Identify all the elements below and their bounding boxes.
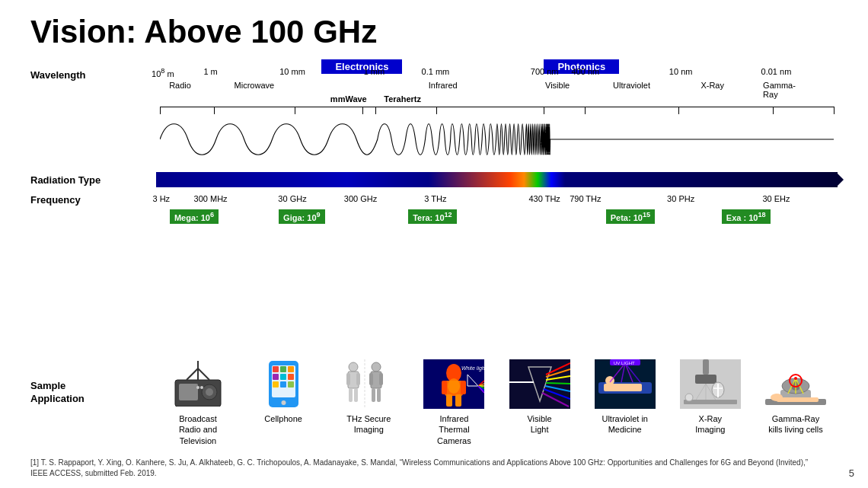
svg-point-80	[685, 394, 693, 401]
thz-icon	[337, 357, 401, 410]
frequency-values-container: 3 Hz 300 MHz 30 GHz 300 GHz 3 THz 430 TH…	[156, 194, 838, 228]
broadcast-caption: Broadcast Radio and Television	[179, 413, 217, 446]
svg-rect-40	[455, 394, 461, 407]
badge-exa: Exa : 1018	[722, 209, 771, 224]
uv-caption: Ultraviolet in Medicine	[602, 413, 648, 435]
svg-rect-38	[461, 381, 466, 394]
wl-val-8: 0.01 nm	[761, 67, 792, 76]
wl-val-5: 700 nm	[531, 67, 559, 76]
badge-peta: Peta: 1015	[606, 209, 655, 224]
svg-rect-71	[703, 359, 709, 375]
svg-rect-19	[288, 381, 294, 388]
wl-val-2: 10 mm	[279, 67, 305, 76]
svg-rect-14	[273, 374, 279, 380]
infrared-icon: White light	[422, 357, 487, 410]
wl-val-3: 1 mm	[364, 67, 385, 76]
radiation-label: Radiation Type	[30, 174, 156, 186]
frequency-label: Frequency	[30, 194, 156, 206]
svg-rect-23	[346, 373, 350, 385]
svg-point-20	[281, 400, 286, 405]
app-title: Sample Application	[30, 357, 156, 406]
svg-rect-31	[372, 388, 375, 402]
wavelength-row: Wavelength 108 m 1 m 10 mm 1 mm 0.1 mm 7…	[30, 67, 838, 82]
freq-1: 300 MHz	[194, 194, 228, 203]
visible-caption: Visible Light	[527, 413, 551, 435]
app-section: Sample Application	[30, 357, 838, 446]
freq-5: 430 THz	[528, 194, 560, 203]
badge-tera: Tera: 1012	[408, 209, 457, 224]
svg-rect-11	[273, 366, 279, 372]
freq-7: 30 PHz	[667, 194, 694, 203]
svg-point-8	[200, 386, 203, 389]
app-broadcast-radio: Broadcast Radio and Television	[156, 357, 240, 446]
app-visible: Visible Light	[498, 357, 582, 446]
svg-rect-1	[179, 384, 198, 400]
svg-rect-12	[280, 366, 286, 372]
tick-line	[160, 107, 834, 107]
svg-rect-17	[273, 381, 279, 388]
uv-icon: UV LIGHT	[592, 357, 657, 410]
freq-0: 3 Hz	[152, 194, 170, 203]
svg-rect-18	[280, 381, 286, 388]
svg-rect-30	[379, 373, 383, 385]
freq-6: 790 THz	[570, 194, 601, 203]
cellphone-icon	[251, 357, 316, 410]
radiation-arrow	[836, 172, 844, 187]
radiation-row: Radiation Type	[30, 172, 838, 187]
freq-tick-values: 3 Hz 300 MHz 30 GHz 300 GHz 3 THz 430 TH…	[156, 194, 838, 208]
slide-title: Vision: Above 100 GHz	[30, 14, 838, 50]
segment-labels: Radio Microwave Infrared Visible Ultravi…	[160, 81, 834, 96]
app-infrared: White light Infrared Thermal Cameras	[412, 357, 496, 446]
app-uv: UV LIGHT Ultraviolet in Medicine	[583, 357, 667, 446]
wavelength-values: 108 m 1 m 10 mm 1 mm 0.1 mm 700 nm 400 n…	[156, 67, 838, 82]
svg-rect-86	[777, 397, 819, 402]
xray-icon	[678, 357, 742, 410]
cellphone-caption: Cellphone	[264, 413, 302, 424]
svg-rect-29	[369, 373, 373, 385]
seg-uv: Ultraviolet	[613, 81, 650, 90]
radiation-bar	[156, 172, 838, 187]
broadcast-icon	[166, 357, 231, 410]
svg-rect-63	[604, 384, 642, 391]
wl-val-0: 108 m	[152, 67, 174, 78]
svg-rect-37	[442, 381, 447, 394]
svg-point-27	[372, 362, 381, 372]
svg-rect-32	[377, 388, 381, 402]
radiation-bar-container	[156, 172, 838, 187]
svg-rect-16	[288, 374, 294, 380]
slide: Vision: Above 100 GHz Electronics Photon…	[0, 0, 868, 488]
freq-8: 30 EHz	[762, 194, 790, 203]
app-title-text: Sample Application	[30, 380, 85, 404]
seg-microwave: Microwave	[235, 81, 275, 90]
gamma-icon	[763, 357, 828, 410]
page-number: 5	[849, 467, 854, 479]
freq-badges: Mega: 106 Giga: 109 Tera: 1012 Peta: 101…	[156, 209, 838, 228]
seg-xray: X-Ray	[700, 81, 724, 90]
gamma-caption: Gamma-Ray kills living cells	[768, 413, 823, 435]
badge-mega: Mega: 106	[170, 209, 219, 224]
svg-rect-13	[288, 366, 294, 372]
spectrum-diagram: Electronics Photonics Wavelength 108 m 1…	[30, 59, 838, 234]
svg-text:White light: White light	[461, 365, 484, 372]
sub-labels: mmWave Terahertz	[160, 94, 834, 107]
app-gamma: Gamma-Ray kills living cells	[754, 357, 838, 446]
app-thz-imaging: THz Secure Imaging	[327, 357, 410, 446]
sub-mmwave: mmWave	[330, 94, 367, 104]
thz-caption: THz Secure Imaging	[346, 413, 391, 435]
freq-3: 300 GHz	[344, 194, 377, 203]
wave-area	[160, 111, 834, 168]
freq-4: 3 THz	[424, 194, 446, 203]
svg-rect-72	[695, 375, 716, 384]
svg-text:UV LIGHT: UV LIGHT	[614, 361, 635, 365]
wl-val-6: 400 nm	[571, 67, 599, 76]
app-xray: X-Ray Imaging	[669, 357, 752, 446]
wl-val-7: 10 nm	[669, 67, 693, 76]
app-items-container: Broadcast Radio and Television	[156, 357, 838, 446]
svg-point-3	[206, 388, 213, 396]
footnote: [1] T. S. Rappaport, Y. Xing, O. Kanhere…	[30, 458, 822, 479]
seg-visible: Visible	[545, 81, 570, 90]
app-cellphone: Cellphone	[241, 357, 325, 446]
svg-rect-26	[354, 388, 358, 402]
svg-point-90	[794, 377, 797, 380]
seg-infrared: Infrared	[429, 81, 458, 90]
